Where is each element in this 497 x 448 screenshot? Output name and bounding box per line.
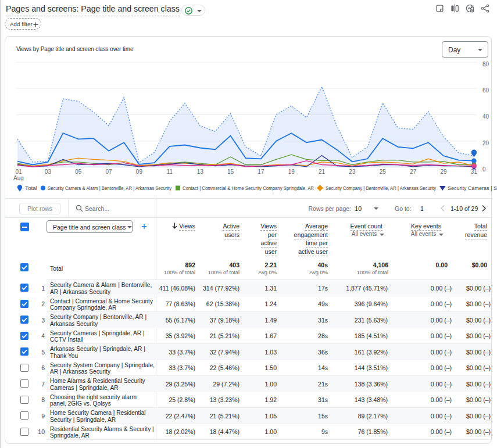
svg-text:23: 23 <box>349 169 356 175</box>
svg-text:27: 27 <box>410 169 417 175</box>
svg-text:20: 20 <box>482 140 489 146</box>
svg-text:80: 80 <box>482 61 489 67</box>
svg-text:Total: Total <box>25 185 37 191</box>
svg-text:40: 40 <box>482 113 489 120</box>
svg-text:Contact | Commercial & Home Se: Contact | Commercial & Home Security Com… <box>183 185 314 191</box>
svg-text:25: 25 <box>380 169 387 175</box>
svg-text:11: 11 <box>167 169 173 175</box>
svg-text:31: 31 <box>471 169 478 175</box>
svg-text:13: 13 <box>197 169 204 175</box>
svg-text:15: 15 <box>227 169 234 175</box>
svg-text:17: 17 <box>258 169 264 175</box>
svg-text:60: 60 <box>482 87 489 94</box>
svg-text:19: 19 <box>288 169 295 175</box>
svg-text:09: 09 <box>136 169 143 175</box>
svg-text:0: 0 <box>482 166 486 173</box>
svg-text:07: 07 <box>106 169 113 175</box>
svg-text:21: 21 <box>319 169 326 175</box>
svg-text:Aug: Aug <box>13 175 24 181</box>
svg-text:05: 05 <box>75 169 82 175</box>
svg-text:29: 29 <box>440 169 447 175</box>
svg-text:Security Company | Bentonville: Security Company | Bentonville, AR | Ark… <box>326 185 437 191</box>
svg-text:03: 03 <box>45 169 52 175</box>
svg-text:01: 01 <box>15 169 22 175</box>
svg-text:Security Cameras | S: Security Cameras | S <box>448 185 497 191</box>
svg-text:Security Camera & Alarm | Bent: Security Camera & Alarm | Bentonville, A… <box>48 185 172 191</box>
